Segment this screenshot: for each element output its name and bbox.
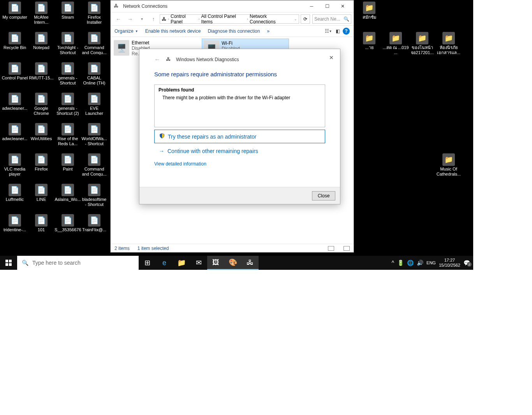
app-icon: 📄 <box>62 123 74 135</box>
help-button[interactable]: ? <box>343 28 350 35</box>
view-options-button[interactable]: ☷ ▼ <box>324 27 333 35</box>
svg-rect-1 <box>9 260 12 262</box>
minimize-button[interactable]: ─ <box>304 1 319 12</box>
problem-item: There might be a problem with the driver… <box>159 95 321 100</box>
desktop-icon[interactable]: 📄generals - Shortcut <box>55 62 81 86</box>
desktop-icon[interactable]: 📄Luffmellic <box>2 184 28 202</box>
details-view-icon[interactable] <box>328 246 334 251</box>
preview-pane-button[interactable]: ◧ <box>333 27 342 35</box>
desktop-icon[interactable]: 📄McAfee Intern... <box>28 2 55 25</box>
search-input[interactable]: Search Ne... 🔍 <box>312 14 351 24</box>
mail-taskbar-icon[interactable]: ✉ <box>190 256 207 270</box>
desktop-icon[interactable]: 📄Torchlight - Shortcut <box>55 32 81 55</box>
desktop-icon[interactable]: 📄adwcleaner... <box>2 93 28 111</box>
desktop-icon[interactable]: 📄adwcleaner... <box>2 123 28 141</box>
app-icon: 📄 <box>88 153 100 166</box>
recent-button[interactable]: ▾ <box>136 14 147 25</box>
try-repairs-admin-button[interactable]: Try these repairs as an administrator <box>154 130 325 143</box>
desktop-icon[interactable]: 📄tridentine-... <box>2 214 28 232</box>
desktop-icon[interactable]: 📁ของโนหน้าจอ217201... <box>409 32 435 55</box>
desktop-icon[interactable]: 📄101 <box>28 214 55 232</box>
back-button[interactable]: ← <box>113 14 124 25</box>
desktop-icon[interactable]: 📄WinUtilities <box>28 123 55 141</box>
paint-taskbar-icon[interactable]: 🎨 <box>224 256 241 270</box>
desktop-icon[interactable]: 📄LINE <box>28 184 55 202</box>
task-view-button[interactable]: ⊞ <box>139 256 156 270</box>
close-button[interactable]: Close <box>312 191 335 200</box>
search-input[interactable]: 🔍 Type here to search <box>17 256 139 270</box>
app-icon: 📄 <box>62 62 74 75</box>
volume-icon[interactable]: 🔊 <box>417 260 423 266</box>
clock[interactable]: 17:27 15/10/2562 <box>439 258 460 268</box>
breadcrumb[interactable]: 🖧 › Control Panel › All Control Panel It… <box>160 14 299 24</box>
desktop-icon[interactable]: 📄RMUTT-15... <box>28 62 55 81</box>
desktop-icon[interactable]: 📄VLC media player <box>2 153 28 177</box>
selection-count: 1 item selected <box>137 246 169 251</box>
up-button[interactable]: ↑ <box>148 14 159 25</box>
breadcrumb-item[interactable]: Network Connections <box>250 14 291 25</box>
desktop-icon[interactable]: 📄Paint <box>55 153 81 172</box>
desktop-icon[interactable]: 📄WorldOfWa... - Shortcut <box>81 123 107 146</box>
desktop-icon[interactable]: 📄Command and Conqu... <box>81 32 107 55</box>
desktop-icon[interactable]: 📄EVE Launcher <box>81 93 107 116</box>
continue-repairs-button[interactable]: → Continue with other remaining repairs <box>154 146 325 156</box>
desktop-icon[interactable]: 📄Control Panel <box>2 62 28 81</box>
app-icon: 📄 <box>88 32 100 44</box>
app-icon: 📄 <box>9 32 21 44</box>
close-button[interactable]: ✕ <box>335 1 351 12</box>
app-icon: 📄 <box>88 214 100 227</box>
more-button[interactable]: » <box>267 28 270 34</box>
desktop-icon[interactable]: 📁Music Of Cathedrals... <box>435 153 462 177</box>
desktop-icon[interactable]: 📄bladesoftime - Shortcut <box>81 184 107 207</box>
app-icon: 📄 <box>35 214 48 227</box>
view-detailed-info-link[interactable]: View detailed information <box>154 161 325 167</box>
notifications-icon[interactable]: 💬2 <box>463 260 470 266</box>
app-icon: 📄 <box>9 93 21 105</box>
organize-menu[interactable]: Organize ▼ <box>115 28 138 34</box>
desktop-icon[interactable]: 📁...าย <box>356 32 382 50</box>
desktop-icon[interactable]: 📄Recycle Bin <box>2 32 28 50</box>
enable-device-button[interactable]: Enable this network device <box>145 28 201 34</box>
tray-overflow-icon[interactable]: ^ <box>392 260 395 266</box>
battery-icon[interactable]: 🔋 <box>397 260 404 266</box>
network-taskbar-icon[interactable]: 🖧 <box>241 256 259 270</box>
app-icon: 📄 <box>9 123 21 135</box>
maximize-button[interactable]: ☐ <box>319 1 335 12</box>
app-icon: 📄 <box>35 153 48 166</box>
forward-button[interactable]: → <box>125 14 136 25</box>
app-taskbar-icon[interactable]: 🖼 <box>207 256 224 270</box>
titlebar[interactable]: 🖧 Network Connections ─ ☐ ✕ <box>111 0 354 12</box>
desktop-icon[interactable]: 📄Google Chrome <box>28 93 55 116</box>
large-view-icon[interactable] <box>344 246 350 251</box>
refresh-button[interactable]: ⟳ <box>301 14 310 24</box>
desktop-icon[interactable]: 📄Notepad <box>28 32 55 50</box>
desktop-icon[interactable]: 📄generals - Shortcut (2) <box>55 93 81 116</box>
desktop-icon[interactable]: 📁ห้องนิรภัยเอกสารแล... <box>435 32 462 55</box>
dialog-footer: Close <box>139 187 340 204</box>
desktop-icon[interactable]: 📄CABAL Online (TH) <box>81 62 107 86</box>
desktop-icon[interactable]: 📄TrainFlix@... <box>81 214 107 232</box>
breadcrumb-item[interactable]: All Control Panel Items <box>201 14 245 25</box>
explorer-taskbar-icon[interactable]: 📁 <box>173 256 190 270</box>
back-button[interactable]: ← <box>154 56 160 63</box>
desktop-icon[interactable]: 📁...สด ณ ...019 ... <box>382 32 409 55</box>
language-indicator[interactable]: ENG <box>426 260 436 265</box>
diagnostics-icon: 🖧 <box>166 56 172 63</box>
edge-taskbar-icon[interactable]: e <box>156 256 173 270</box>
desktop-icon[interactable]: 📄My computer <box>2 2 28 20</box>
desktop-icon[interactable]: 📄Firefox Installer <box>81 2 107 25</box>
app-icon: 📁 <box>389 32 402 44</box>
close-button[interactable]: ✕ <box>326 52 337 63</box>
desktop-icon[interactable]: 📄Aslains_Wo... <box>55 184 81 202</box>
desktop-icon[interactable]: 📄Rise of the Reds La... <box>55 123 81 146</box>
desktop-icon[interactable]: 📄Firefox <box>28 153 55 172</box>
desktop-icon[interactable]: 📄Command and Conqu... <box>81 153 107 177</box>
desktop-icon[interactable]: 📄Steam <box>55 2 81 20</box>
start-button[interactable] <box>0 256 17 270</box>
breadcrumb-item[interactable]: Control Panel <box>171 14 197 25</box>
desktop-icon[interactable]: 📁สมักซ์ม <box>356 2 382 20</box>
app-icon: 📄 <box>88 184 100 196</box>
desktop-icon[interactable]: 📄S__35356676 <box>55 214 81 232</box>
network-tray-icon[interactable]: 🌐 <box>407 260 414 266</box>
diagnose-button[interactable]: Diagnose this connection <box>208 28 260 34</box>
